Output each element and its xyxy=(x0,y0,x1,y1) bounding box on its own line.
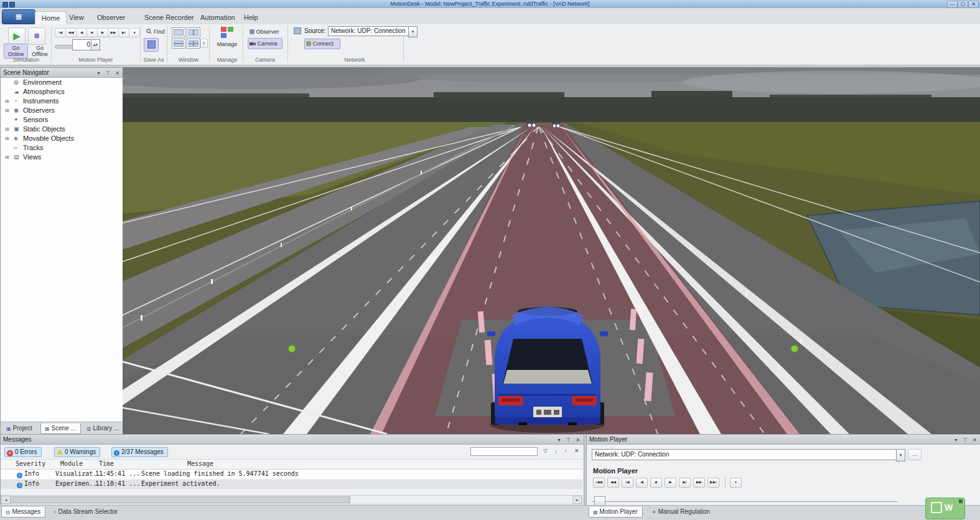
play-button[interactable]: ▶ xyxy=(665,478,676,488)
tab-project[interactable]: ▣Project xyxy=(2,423,37,433)
rewind-button[interactable]: ◀◀ xyxy=(607,478,619,488)
panel-menu-icon[interactable]: ▾ xyxy=(951,436,961,444)
ribbon-player-first-icon[interactable]: |◀ xyxy=(55,28,66,37)
ribbon-player-rewind-icon[interactable]: ◀◀ xyxy=(65,28,77,37)
tree-item-instruments[interactable]: ⊞ ◔ Instruments xyxy=(1,97,123,106)
scrollbar-thumb[interactable] xyxy=(10,496,350,503)
panel-menu-icon[interactable]: ▾ xyxy=(554,436,564,444)
close-button[interactable]: ✕ xyxy=(968,1,979,8)
step-back-button[interactable]: |◀ xyxy=(622,478,633,488)
messages-filter-button[interactable]: i2/37 Messages xyxy=(111,447,168,457)
record-button[interactable]: ● xyxy=(730,478,742,488)
expander-icon[interactable]: ⊞ xyxy=(5,97,11,106)
layout-single-button[interactable] xyxy=(172,27,185,37)
stop-button[interactable]: ■ xyxy=(650,478,662,488)
tree-item-tracks[interactable]: ═ Tracks xyxy=(1,143,123,153)
ribbon-player-stepback-icon[interactable]: ◀ xyxy=(76,28,87,37)
manage-button[interactable]: Manage xyxy=(215,26,239,55)
tab-data-stream-selector[interactable]: ⌗Data Stream Selector xyxy=(50,507,122,517)
pin-icon[interactable]: ⊤ xyxy=(564,436,573,444)
browse-button[interactable]: ... xyxy=(908,449,922,460)
observer-button[interactable]: Observer xyxy=(248,27,286,37)
tree-item-sensors[interactable]: ✦ Sensors xyxy=(1,115,123,125)
ribbon-player-play-icon[interactable]: ▶ xyxy=(97,28,108,37)
tab-view[interactable]: View xyxy=(63,11,90,24)
tree-item-environment[interactable]: ◍ Environment xyxy=(1,78,123,87)
maximize-button[interactable]: ▢ xyxy=(958,1,968,8)
ribbon-player-time-field[interactable]: 0 xyxy=(72,39,93,50)
warnings-filter-button[interactable]: 0 Warnings xyxy=(54,447,100,457)
tab-library[interactable]: ▥Library ... xyxy=(83,423,123,433)
column-module[interactable]: Module xyxy=(60,460,83,467)
close-icon[interactable]: ✕ xyxy=(113,69,122,77)
snapshot-button[interactable] xyxy=(144,38,159,52)
find-button[interactable]: Find xyxy=(144,27,167,37)
last-frame-button[interactable]: ▶▶| xyxy=(707,478,719,488)
close-icon[interactable]: ✕ xyxy=(970,436,979,444)
ribbon-player-record-icon[interactable]: ● xyxy=(129,28,140,37)
message-search-input[interactable] xyxy=(470,447,538,456)
first-frame-button[interactable]: |◀◀ xyxy=(593,478,605,488)
expander-icon[interactable]: ⊞ xyxy=(5,134,11,143)
tree-item-observers[interactable]: ⊞ ◉ Observers xyxy=(1,106,123,115)
column-severity[interactable]: Severity xyxy=(16,460,45,467)
pin-icon[interactable]: ⊤ xyxy=(103,69,113,77)
panel-menu-icon[interactable]: ▾ xyxy=(94,69,103,77)
connection-combo-arrow[interactable]: ▾ xyxy=(896,449,905,461)
close-icon[interactable]: ✕ xyxy=(573,436,582,444)
errors-filter-button[interactable]: ✕0 Errors xyxy=(4,447,42,457)
application-menu-button[interactable]: ▦ xyxy=(2,9,35,24)
tab-help[interactable]: Help xyxy=(238,11,264,24)
source-combo[interactable]: Network: UDP: Connection xyxy=(328,26,414,36)
tree-item-movable-objects[interactable]: ⊞ ◈ Movable Objects xyxy=(1,134,123,143)
start-simulation-button[interactable]: ▶ xyxy=(8,27,26,45)
clear-icon[interactable]: ✕ xyxy=(574,448,579,454)
ribbon-player-stop-icon[interactable]: ■ xyxy=(86,28,98,37)
tab-observer[interactable]: Observer xyxy=(91,11,131,24)
layout-quad-button[interactable] xyxy=(187,39,200,49)
viewport-3d[interactable] xyxy=(123,67,980,434)
tab-scene-recorder[interactable]: Scene Recorder xyxy=(138,11,200,24)
column-time[interactable]: Time xyxy=(99,460,114,467)
step-forward-button[interactable]: ▶| xyxy=(679,478,691,488)
messages-hscrollbar[interactable]: ◂ ▸ xyxy=(1,495,582,504)
tab-manual-regulation[interactable]: ✦Manual Regulation xyxy=(648,507,714,517)
message-row-selected[interactable]: iInfo Experimen... 11:10:41 ... Experime… xyxy=(1,480,582,489)
minimize-button[interactable]: — xyxy=(947,1,958,8)
arrow-down-icon[interactable]: ↓ xyxy=(554,448,558,454)
tree-item-views[interactable]: ⊞ ▤ Views xyxy=(1,153,123,162)
tab-messages[interactable]: ▤Messages xyxy=(1,507,45,518)
tab-scene[interactable]: ▦Scene ... xyxy=(40,423,81,434)
camera-button[interactable]: Camera xyxy=(248,38,282,49)
layout-split-vertical-button[interactable] xyxy=(187,27,200,37)
connection-combo[interactable]: Network: UDP: Connection xyxy=(592,449,900,460)
tab-motion-player[interactable]: ▦Motion Player xyxy=(589,507,643,518)
expander-icon[interactable]: ⊞ xyxy=(5,153,11,162)
position-slider-track[interactable] xyxy=(592,501,898,502)
message-row[interactable]: iInfo Visualizat... 11:45:41 ... Scene l… xyxy=(1,470,582,479)
connect-button[interactable]: Connect xyxy=(304,39,340,49)
arrow-up-icon[interactable]: ↑ xyxy=(564,448,567,454)
window-list-button[interactable]: ≡ xyxy=(200,39,208,48)
layout-split-horizontal-button[interactable] xyxy=(172,39,185,49)
filter-icon[interactable]: ▽ xyxy=(543,448,548,454)
column-message[interactable]: Message xyxy=(187,460,213,467)
position-slider-thumb[interactable] xyxy=(594,496,605,506)
stop-simulation-button[interactable]: ■ xyxy=(28,27,45,45)
ribbon-player-last-icon[interactable]: ▶| xyxy=(118,28,129,37)
tree-item-atmospherics[interactable]: ☁ Atmospherics xyxy=(1,87,123,97)
tab-home[interactable]: Home xyxy=(35,11,67,25)
tree-item-static-objects[interactable]: ⊞ ▣ Static Objects xyxy=(1,125,123,134)
watermark-letter: W xyxy=(945,503,953,513)
scroll-right-icon[interactable]: ▸ xyxy=(572,496,582,504)
expander-icon[interactable]: ⊞ xyxy=(5,125,11,134)
play-reverse-button[interactable]: ◀ xyxy=(636,478,648,488)
fast-forward-button[interactable]: ▶▶ xyxy=(693,478,705,488)
ribbon-player-forward-icon[interactable]: ▶▶ xyxy=(108,28,119,37)
ribbon-player-time-spinner[interactable]: ▴▾ xyxy=(91,39,100,50)
pin-icon[interactable]: ⊤ xyxy=(961,436,970,444)
tab-automation[interactable]: Automation xyxy=(194,11,241,24)
source-combo-arrow[interactable]: ▾ xyxy=(408,26,418,37)
expander-icon[interactable]: ⊞ xyxy=(5,106,11,115)
scroll-left-icon[interactable]: ◂ xyxy=(1,496,11,504)
